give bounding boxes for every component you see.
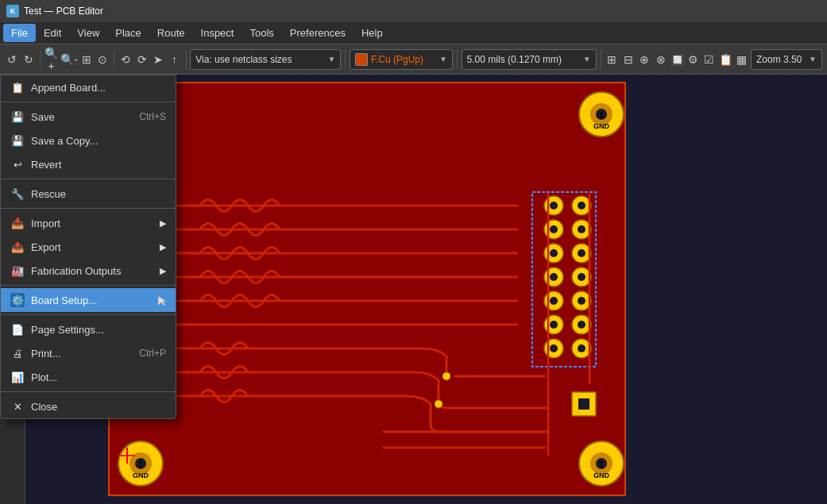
toolbar-sep-2 <box>114 50 114 69</box>
svg-point-42 <box>578 202 585 210</box>
zoom-arrow: ▼ <box>809 55 817 63</box>
zoom-selector[interactable]: Zoom 3.50 ▼ <box>751 49 822 70</box>
menu-item-import[interactable]: 📥 Import ▶ <box>1 211 176 235</box>
menu-item-save[interactable]: 💾 Save Ctrl+S <box>1 105 176 129</box>
svg-point-28 <box>550 202 558 210</box>
layer-selector-label: F.Cu (PgUp) <box>371 54 423 65</box>
menu-tools[interactable]: Tools <box>242 24 281 42</box>
undo2-button[interactable]: ⟲ <box>118 48 133 71</box>
net-selector-arrow: ▼ <box>327 55 335 63</box>
svg-point-34 <box>550 273 558 281</box>
menu-item-rescue[interactable]: 🔧 Rescue <box>1 182 176 206</box>
svg-point-48 <box>578 273 585 281</box>
menu-item-fabrication-outputs[interactable]: 🏭 Fabrication Outputs ▶ <box>1 259 176 283</box>
dropdown-sep-5 <box>1 314 176 315</box>
undo-button[interactable]: ↺ <box>5 48 19 71</box>
import-icon: 📥 <box>10 216 25 230</box>
menu-inspect[interactable]: Inspect <box>193 24 242 42</box>
menu-item-save-copy[interactable]: 💾 Save a Copy... <box>1 129 176 152</box>
svg-rect-56 <box>578 398 589 410</box>
zoom-fit-button[interactable]: ⊞ <box>79 48 94 71</box>
menu-view[interactable]: View <box>69 24 107 42</box>
settings-btn-9[interactable]: ▦ <box>735 48 749 71</box>
append-board-label: Append Board... <box>31 82 106 94</box>
menu-item-append-board[interactable]: 📋 Append Board... <box>1 75 176 99</box>
thickness-label: 5.00 mils (0.1270 mm) <box>467 54 562 65</box>
svg-point-54 <box>578 344 585 352</box>
svg-point-52 <box>578 321 585 329</box>
layer-selector[interactable]: F.Cu (PgUp) ▼ <box>350 49 453 70</box>
settings-btn-2[interactable]: ⊟ <box>621 48 636 71</box>
svg-point-40 <box>550 344 558 352</box>
close-icon: ✕ <box>10 399 25 414</box>
svg-text:1: 1 <box>599 111 604 120</box>
svg-point-76 <box>442 372 450 380</box>
svg-point-36 <box>550 297 558 305</box>
page-settings-label: Page Settings... <box>31 324 104 336</box>
save-shortcut: Ctrl+S <box>139 111 166 122</box>
menu-help[interactable]: Help <box>354 24 391 42</box>
settings-btn-1[interactable]: ⊞ <box>605 48 619 71</box>
menu-item-board-setup[interactable]: ⚙️ Board Setup... <box>1 288 176 312</box>
print-label: Print... <box>31 348 61 360</box>
svg-text:1: 1 <box>138 460 143 469</box>
revert-label: Revert <box>31 159 61 171</box>
thickness-selector[interactable]: 5.00 mils (0.1270 mm) ▼ <box>462 49 597 70</box>
main-area: ↖ ⊡ ✏ T ◯ ⬜ ⊕ ↔ 🔍 ⊞ ⊟ ⊗ ⊕ ⊘ 🔒 <box>0 75 827 504</box>
settings-btn-6[interactable]: ⚙ <box>686 48 700 71</box>
board-setup-label: Board Setup... <box>31 294 97 306</box>
menu-item-plot[interactable]: 📊 Plot... <box>1 365 176 389</box>
toolbar-sep-3 <box>186 50 187 69</box>
dropdown-sep-1 <box>1 102 176 102</box>
arrow-button[interactable]: ➤ <box>151 48 165 71</box>
close-label: Close <box>31 401 57 413</box>
redo2-button[interactable]: ⟳ <box>134 48 149 71</box>
svg-point-50 <box>578 297 585 305</box>
import-label: Import <box>31 217 60 229</box>
net-selector[interactable]: Via: use netclass sizes ▼ <box>190 49 341 70</box>
menu-item-export[interactable]: 📤 Export ▶ <box>1 235 176 259</box>
menu-edit[interactable]: Edit <box>36 24 69 42</box>
zoom-orig-button[interactable]: ⊙ <box>95 48 110 71</box>
settings-btn-5[interactable]: 🔲 <box>670 48 684 71</box>
dropdown-sep-4 <box>1 285 176 286</box>
toolbar-sep-5 <box>457 50 458 69</box>
menu-route[interactable]: Route <box>149 24 193 42</box>
export-label: Export <box>31 241 61 253</box>
refresh-button[interactable]: ↑ <box>167 48 181 71</box>
redo-button[interactable]: ↻ <box>21 48 35 71</box>
zoom-in-button[interactable]: 🔍+ <box>44 48 58 71</box>
settings-btn-3[interactable]: ⊕ <box>637 48 651 71</box>
menu-place[interactable]: Place <box>107 24 149 42</box>
menu-item-revert[interactable]: ↩ Revert <box>1 152 176 176</box>
svg-point-46 <box>578 249 585 257</box>
menu-item-page-settings[interactable]: 📄 Page Settings... <box>1 317 176 341</box>
settings-btn-7[interactable]: ☑ <box>702 48 717 71</box>
append-board-icon: 📋 <box>10 80 25 94</box>
save-label: Save <box>31 111 55 123</box>
svg-text:1: 1 <box>599 460 604 469</box>
page-settings-icon: 📄 <box>10 322 25 337</box>
svg-point-44 <box>578 225 585 233</box>
cursor-indicator <box>157 294 169 307</box>
board-setup-icon: ⚙️ <box>10 293 25 307</box>
window-title: Test — PCB Editor <box>24 6 103 17</box>
menu-item-print[interactable]: 🖨 Print... Ctrl+P <box>1 341 176 365</box>
rescue-label: Rescue <box>31 188 66 200</box>
menu-bar: File Edit View Place Route Inspect Tools… <box>0 22 827 44</box>
pcb-canvas[interactable]: ↖ ⊡ ✏ T ◯ ⬜ ⊕ ↔ 🔍 ⊞ ⊟ ⊗ ⊕ ⊘ 🔒 <box>0 75 827 504</box>
zoom-out-button[interactable]: 🔍- <box>60 48 78 71</box>
svg-text:GND: GND <box>133 471 149 479</box>
menu-item-close[interactable]: ✕ Close <box>1 394 176 418</box>
save-icon: 💾 <box>10 110 25 124</box>
svg-point-77 <box>435 400 442 408</box>
menu-file[interactable]: File <box>3 24 36 42</box>
svg-text:GND: GND <box>593 122 610 130</box>
settings-btn-4[interactable]: ⊗ <box>653 48 667 71</box>
settings-btn-8[interactable]: 📋 <box>718 48 732 71</box>
print-shortcut: Ctrl+P <box>139 348 166 359</box>
dropdown-sep-3 <box>1 208 176 209</box>
svg-point-32 <box>550 249 558 257</box>
menu-preferences[interactable]: Preferences <box>282 24 354 42</box>
svg-point-30 <box>550 225 558 233</box>
